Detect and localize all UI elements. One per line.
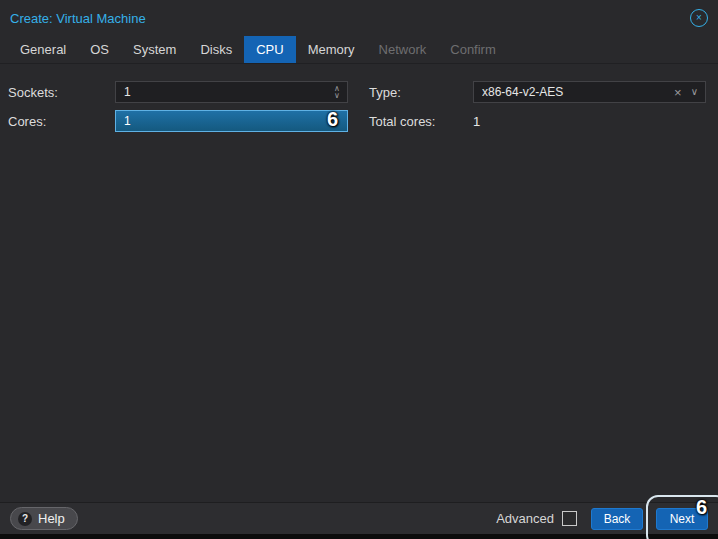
type-fieldwrap: × ∨	[473, 81, 706, 103]
cores-label: Cores:	[8, 114, 115, 129]
tab-os[interactable]: OS	[78, 36, 121, 63]
create-vm-dialog: Create: Virtual Machine × General OS Sys…	[0, 0, 718, 539]
cpu-form: Sockets: ∧ ∨ Type: × ∨ Cores:	[0, 64, 718, 132]
help-button-label: Help	[38, 511, 65, 526]
sockets-spinner[interactable]: ∧ ∨	[327, 82, 347, 102]
type-combo-icons: × ∨	[667, 82, 705, 102]
tab-bar: General OS System Disks CPU Memory Netwo…	[0, 36, 718, 64]
advanced-checkbox[interactable]	[562, 511, 577, 526]
total-cores-label: Total cores:	[369, 114, 473, 129]
close-icon-glyph: ×	[696, 13, 702, 23]
total-cores-value: 1	[473, 114, 706, 129]
dialog-bottom-edge	[0, 534, 718, 539]
dialog-title: Create: Virtual Machine	[10, 11, 146, 26]
dialog-titlebar: Create: Virtual Machine ×	[0, 0, 718, 36]
type-label: Type:	[369, 85, 473, 100]
tab-disks[interactable]: Disks	[188, 36, 244, 63]
spinner-down-icon[interactable]: ∨	[334, 92, 340, 99]
help-button[interactable]: ? Help	[10, 507, 78, 530]
tab-cpu[interactable]: CPU	[244, 36, 295, 63]
help-icon: ?	[18, 512, 32, 526]
back-button[interactable]: Back	[591, 508, 643, 530]
sockets-input[interactable]	[115, 81, 348, 103]
advanced-label: Advanced	[496, 511, 554, 526]
tab-network: Network	[367, 36, 439, 63]
sockets-label: Sockets:	[8, 85, 115, 100]
close-icon[interactable]: ×	[690, 9, 708, 27]
chevron-down-icon[interactable]: ∨	[691, 87, 698, 97]
tab-memory[interactable]: Memory	[296, 36, 367, 63]
tab-confirm: Confirm	[438, 36, 508, 63]
dialog-footer: ? Help Advanced Back Next	[0, 502, 718, 534]
cores-input[interactable]	[115, 110, 348, 132]
tab-system[interactable]: System	[121, 36, 188, 63]
form-row-cores-total: Cores: Total cores: 1	[8, 110, 706, 132]
sockets-fieldwrap: ∧ ∨	[115, 81, 348, 103]
cores-fieldwrap	[115, 110, 348, 132]
form-row-sockets-type: Sockets: ∧ ∨ Type: × ∨	[8, 81, 706, 103]
next-button[interactable]: Next	[656, 508, 708, 530]
clear-icon[interactable]: ×	[674, 86, 682, 99]
tab-general[interactable]: General	[8, 36, 78, 63]
